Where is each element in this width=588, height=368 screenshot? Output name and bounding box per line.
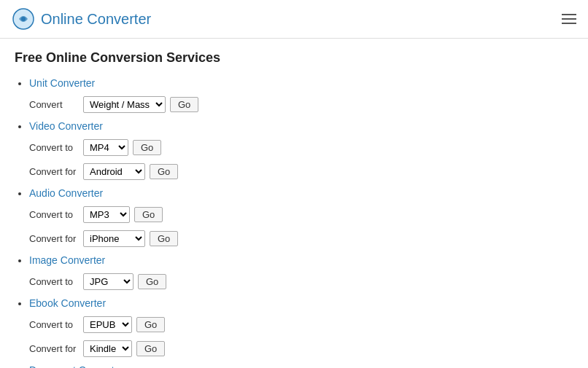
converter-link-document[interactable]: Document Converter (29, 364, 123, 368)
site-header: Online Converter (0, 0, 588, 39)
converter-rows-video: Convert toMP4AVIMOVMKVWMVGoConvert forAn… (29, 135, 573, 180)
site-title: Online Converter (41, 11, 151, 28)
row-label-video-0: Convert to (29, 142, 79, 153)
converter-item-video: Video ConverterConvert toMP4AVIMOVMKVWMV… (29, 120, 573, 180)
converter-row-video-1: Convert forAndroidiPhoneiPadSamsungGo (29, 163, 573, 180)
row-label-unit-0: Convert (29, 99, 79, 110)
row-label-video-1: Convert for (29, 166, 79, 177)
svg-point-1 (21, 17, 26, 21)
converter-item-audio: Audio ConverterConvert toMP3WAVAACFLACOG… (29, 187, 573, 247)
converter-rows-unit: ConvertWeight / MassLengthVolumeTemperat… (29, 92, 573, 113)
go-button-audio-0[interactable]: Go (134, 207, 163, 222)
go-button-ebook-1[interactable]: Go (136, 341, 165, 356)
converter-row-audio-0: Convert toMP3WAVAACFLACOGGGo (29, 206, 573, 223)
converter-link-ebook[interactable]: Ebook Converter (29, 297, 106, 309)
converter-rows-ebook: Convert toEPUBMOBIPDFAZW3GoConvert forKi… (29, 312, 573, 357)
header-left: Online Converter (12, 7, 151, 31)
row-select-ebook-0[interactable]: EPUBMOBIPDFAZW3 (83, 316, 132, 333)
converter-item-unit: Unit ConverterConvertWeight / MassLength… (29, 77, 573, 113)
converter-row-video-0: Convert toMP4AVIMOVMKVWMVGo (29, 139, 573, 156)
converter-item-document: Document ConverterConvert toPDFDOCXDOCTX… (29, 364, 573, 368)
go-button-audio-1[interactable]: Go (150, 231, 178, 246)
logo-icon (12, 7, 35, 31)
go-button-ebook-0[interactable]: Go (136, 317, 165, 332)
row-label-audio-1: Convert for (29, 233, 79, 244)
converter-item-ebook: Ebook ConverterConvert toEPUBMOBIPDFAZW3… (29, 297, 573, 357)
row-select-video-0[interactable]: MP4AVIMOVMKVWMV (83, 139, 128, 156)
go-button-image-0[interactable]: Go (138, 274, 166, 289)
row-label-image-0: Convert to (29, 276, 79, 287)
converter-row-image-0: Convert toJPGPNGGIFBMPWEBPGo (29, 273, 573, 290)
go-button-video-1[interactable]: Go (150, 164, 178, 179)
converter-rows-image: Convert toJPGPNGGIFBMPWEBPGo (29, 269, 573, 290)
row-select-audio-0[interactable]: MP3WAVAACFLACOGG (83, 206, 130, 223)
row-label-audio-0: Convert to (29, 209, 79, 220)
go-button-unit-0[interactable]: Go (170, 97, 198, 112)
converter-link-video[interactable]: Video Converter (29, 120, 103, 132)
converter-link-unit[interactable]: Unit Converter (29, 77, 95, 89)
converter-link-image[interactable]: Image Converter (29, 254, 105, 266)
row-select-audio-1[interactable]: iPhoneAndroidiPadSamsung (83, 230, 145, 247)
row-select-image-0[interactable]: JPGPNGGIFBMPWEBP (83, 273, 134, 290)
page-title: Free Online Conversion Services (15, 50, 573, 66)
converter-list: Unit ConverterConvertWeight / MassLength… (15, 77, 573, 368)
row-select-ebook-1[interactable]: KindleKoboiPadNook (83, 340, 132, 357)
row-select-unit-0[interactable]: Weight / MassLengthVolumeTemperatureSpee… (83, 96, 166, 113)
converter-link-audio[interactable]: Audio Converter (29, 187, 103, 199)
converter-row-ebook-1: Convert forKindleKoboiPadNookGo (29, 340, 573, 357)
converter-item-image: Image ConverterConvert toJPGPNGGIFBMPWEB… (29, 254, 573, 290)
converter-row-ebook-0: Convert toEPUBMOBIPDFAZW3Go (29, 316, 573, 333)
converter-row-unit-0: ConvertWeight / MassLengthVolumeTemperat… (29, 96, 573, 113)
converter-rows-audio: Convert toMP3WAVAACFLACOGGGoConvert fori… (29, 202, 573, 247)
row-label-ebook-1: Convert for (29, 343, 79, 354)
row-label-ebook-0: Convert to (29, 319, 79, 330)
hamburger-menu-button[interactable] (562, 14, 576, 24)
row-select-video-1[interactable]: AndroidiPhoneiPadSamsung (83, 163, 145, 180)
converter-row-audio-1: Convert foriPhoneAndroidiPadSamsungGo (29, 230, 573, 247)
go-button-video-0[interactable]: Go (133, 140, 161, 155)
